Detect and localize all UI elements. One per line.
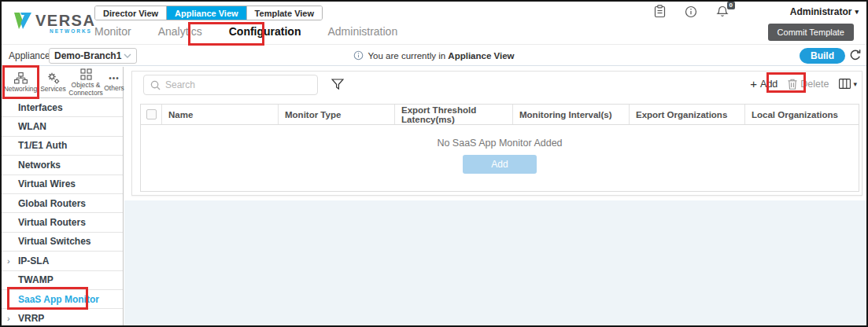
table-header-row: Name Monitor Type Export Threshold Laten… — [141, 105, 859, 125]
sidebar-item-t1e1-auth[interactable]: T1/E1 Auth — [2, 137, 123, 156]
user-menu-label: Administrator — [790, 6, 852, 17]
tab-director-view[interactable]: Director View — [95, 6, 167, 20]
delete-button-label: Delete — [800, 79, 829, 90]
appliance-select[interactable]: Demo-Branch1 — [49, 48, 137, 64]
sidebar-item-interfaces[interactable]: Interfaces — [2, 98, 123, 117]
notifications-bell-icon[interactable]: 0 — [716, 5, 729, 18]
gears-icon — [47, 72, 60, 84]
sidebar-category-others[interactable]: ••• Others — [105, 72, 124, 93]
nav-configuration[interactable]: Configuration — [229, 25, 301, 38]
sidebar: Networking Servi — [2, 67, 124, 325]
category-label: Services — [40, 86, 66, 94]
empty-state-add-button[interactable]: Add — [463, 155, 536, 174]
sidebar-item-global-routers[interactable]: Global Routers — [2, 194, 123, 213]
columns-icon — [839, 79, 851, 89]
content-background — [124, 200, 866, 325]
app-header: VERSA NETWORKS Director View Appliance V… — [2, 2, 866, 45]
tab-appliance-view[interactable]: Appliance View — [167, 6, 247, 20]
column-header-monitor-type[interactable]: Monitor Type — [279, 105, 395, 124]
add-button[interactable]: + Add — [750, 78, 778, 90]
select-all-checkbox[interactable] — [146, 109, 157, 119]
versa-logo: VERSA NETWORKS — [13, 9, 91, 39]
info-icon — [353, 50, 364, 61]
view-tab-group: Director View Appliance View Template Vi… — [94, 6, 323, 20]
search-icon — [150, 80, 161, 90]
caret-down-icon: ▾ — [855, 8, 859, 16]
column-header-name[interactable]: Name — [162, 105, 279, 124]
tasks-clipboard-icon[interactable] — [654, 5, 666, 18]
brand-name: VERSA — [35, 12, 95, 30]
trash-icon — [788, 79, 797, 90]
brand-subtitle: NETWORKS — [50, 28, 92, 34]
add-button-label: Add — [760, 79, 778, 90]
notice-text: You are currently in Appliance View — [368, 51, 514, 61]
column-header-local-organizations[interactable]: Local Organizations — [745, 105, 859, 124]
menu-item-label: T1/E1 Auth — [18, 140, 67, 151]
versa-v-icon — [13, 10, 33, 31]
empty-state-message: No SaaS App Monitor Added — [141, 138, 859, 149]
select-all-cell — [141, 105, 162, 124]
menu-item-label: SaaS App Monitor — [18, 294, 99, 305]
menu-item-label: VRRP — [18, 313, 44, 324]
sidebar-category-objects-connectors[interactable]: Objects & Connectors — [67, 67, 105, 97]
plus-icon: + — [750, 78, 757, 90]
menu-item-label: Interfaces — [18, 102, 63, 113]
refresh-icon[interactable] — [849, 49, 862, 62]
menu-item-label: Virtual Switches — [18, 236, 90, 247]
search-input[interactable] — [165, 79, 311, 90]
chevron-right-icon: › — [7, 314, 10, 323]
sidebar-item-virtual-routers[interactable]: Virtual Routers — [2, 213, 123, 232]
notifications-badge: 0 — [727, 2, 735, 9]
nav-administration[interactable]: Administration — [327, 25, 397, 38]
nav-analytics[interactable]: Analytics — [158, 25, 202, 38]
main-content: + Add Delete — [124, 67, 866, 325]
appliance-label: Appliance — [9, 50, 50, 61]
caret-down-icon: ▾ — [853, 80, 857, 88]
appliance-select-value: Demo-Branch1 — [54, 50, 121, 61]
sidebar-item-ip-sla[interactable]: › IP-SLA — [2, 252, 123, 270]
chevron-right-icon: › — [7, 256, 10, 266]
category-label: Others — [104, 85, 124, 93]
user-menu[interactable]: Administrator ▾ — [790, 6, 859, 17]
table-empty-state: No SaaS App Monitor Added Add — [141, 138, 859, 174]
info-icon[interactable] — [685, 6, 697, 18]
menu-item-label: TWAMP — [18, 274, 54, 285]
build-button[interactable]: Build — [800, 48, 845, 64]
nav-monitor[interactable]: Monitor — [94, 25, 131, 38]
menu-item-label: IP-SLA — [18, 255, 49, 266]
sidebar-item-vrrp[interactable]: › VRRP — [2, 309, 123, 327]
column-header-export-organizations[interactable]: Export Organizations — [630, 105, 745, 124]
sidebar-item-wlan[interactable]: WLAN — [2, 117, 123, 136]
network-nodes-icon — [14, 72, 28, 84]
filter-funnel-icon[interactable] — [331, 79, 344, 90]
menu-item-label: Virtual Routers — [18, 217, 86, 228]
header-icon-group: 0 — [654, 5, 729, 18]
sidebar-menu: Interfaces WLAN T1/E1 Auth Networks Virt… — [2, 98, 123, 327]
ellipsis-icon: ••• — [109, 74, 120, 83]
saas-app-monitor-panel: + Add Delete — [131, 71, 862, 196]
versa-director-window: VERSA NETWORKS Director View Appliance V… — [0, 0, 868, 327]
commit-template-button[interactable]: Commit Template — [768, 24, 854, 41]
sidebar-item-networks[interactable]: Networks — [2, 156, 123, 175]
search-box[interactable] — [143, 75, 318, 95]
panel-actions: + Add Delete — [750, 78, 857, 90]
category-label: Networking — [4, 86, 38, 94]
menu-item-label: Global Routers — [18, 198, 86, 209]
sidebar-category-tabs: Networking Servi — [2, 67, 123, 98]
tab-template-view[interactable]: Template View — [247, 6, 322, 20]
sidebar-item-twamp[interactable]: TWAMP — [2, 271, 123, 290]
chevron-down-icon — [124, 53, 131, 58]
delete-button[interactable]: Delete — [788, 79, 829, 90]
sidebar-item-virtual-wires[interactable]: Virtual Wires — [2, 175, 123, 194]
sidebar-item-saas-app-monitor[interactable]: SaaS App Monitor — [2, 290, 123, 309]
menu-item-label: Virtual Wires — [18, 178, 76, 189]
appliance-bar: Appliance Demo-Branch1 You are currently… — [2, 46, 866, 66]
column-selector-button[interactable]: ▾ — [839, 79, 857, 89]
sidebar-item-virtual-switches[interactable]: Virtual Switches — [2, 233, 123, 252]
sidebar-category-services[interactable]: Services — [39, 71, 67, 94]
main-nav: Monitor Analytics Configuration Administ… — [94, 25, 397, 38]
sidebar-category-networking[interactable]: Networking — [2, 71, 39, 94]
column-header-monitoring-interval[interactable]: Monitoring Interval(s) — [513, 105, 630, 124]
menu-item-label: WLAN — [18, 121, 46, 132]
column-header-export-threshold-latency[interactable]: Export Threshold Latency(ms) — [395, 105, 513, 124]
